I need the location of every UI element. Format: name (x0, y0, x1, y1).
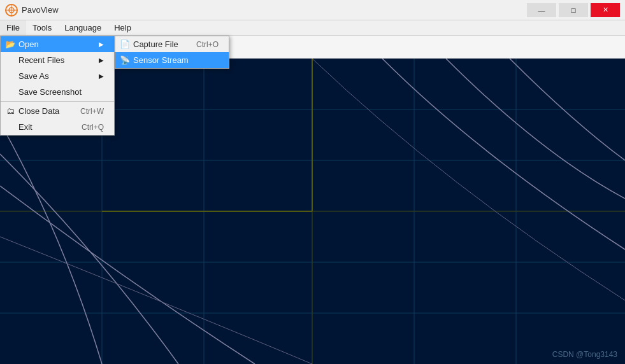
close-data-shortcut: Ctrl+W (68, 107, 104, 116)
maximize-button[interactable]: □ (559, 3, 588, 17)
window-controls: — □ ✕ (527, 3, 620, 17)
open-icon: 📂 (4, 39, 16, 50)
capture-file-label: Capture File (133, 39, 178, 49)
open-submenu: 📄 Capture File Ctrl+O 📡 Sensor Stream (115, 36, 229, 69)
menu-bar: File Tools Language Help (0, 20, 625, 36)
menu-item-capture-file[interactable]: 📄 Capture File Ctrl+O (115, 36, 229, 52)
save-as-label: Save As (18, 71, 49, 81)
menu-item-close-data[interactable]: 🗂 Close Data Ctrl+W (1, 103, 114, 119)
recent-files-icon (4, 55, 16, 66)
save-screenshot-icon (4, 87, 16, 98)
close-button[interactable]: ✕ (591, 3, 620, 17)
recent-files-label: Recent Files (18, 55, 64, 65)
menu-item-open[interactable]: 📂 Open ▶ (1, 36, 114, 52)
menu-help[interactable]: Help (108, 20, 138, 35)
menu-file[interactable]: File (0, 20, 26, 35)
save-screenshot-label: Save Screenshot (18, 87, 82, 97)
menu-item-exit[interactable]: Exit Ctrl+Q (1, 119, 114, 135)
menu-item-save-screenshot[interactable]: Save Screenshot (1, 84, 114, 100)
close-data-icon: 🗂 (4, 106, 16, 117)
close-data-label: Close Data (18, 106, 59, 116)
menu-item-recent-files[interactable]: Recent Files ▶ (1, 52, 114, 68)
app-logo (5, 4, 18, 17)
capture-file-icon: 📄 (119, 39, 131, 50)
menu-tools[interactable]: Tools (26, 20, 58, 35)
open-label: Open (18, 39, 39, 49)
save-as-icon (4, 71, 16, 82)
minimize-button[interactable]: — (527, 3, 556, 17)
menu-separator-1 (1, 101, 114, 102)
sensor-stream-icon: 📡 (119, 55, 131, 66)
sensor-stream-label: Sensor Stream (133, 55, 189, 65)
menu-language[interactable]: Language (58, 20, 108, 35)
exit-shortcut: Ctrl+Q (69, 123, 104, 132)
recent-files-arrow: ▶ (92, 57, 104, 64)
exit-label: Exit (18, 122, 32, 132)
exit-icon (4, 122, 16, 133)
save-as-arrow: ▶ (92, 73, 104, 80)
capture-file-shortcut: Ctrl+O (183, 40, 219, 49)
file-menu-dropdown: 📂 Open ▶ Recent Files ▶ Save As ▶ Save S… (0, 36, 115, 136)
app-title: PavoView (22, 5, 59, 15)
title-bar: PavoView — □ ✕ (0, 0, 625, 20)
menu-item-save-as[interactable]: Save As ▶ (1, 68, 114, 84)
menu-item-sensor-stream[interactable]: 📡 Sensor Stream (115, 52, 229, 68)
open-arrow: ▶ (92, 41, 104, 48)
watermark: CSDN @Tong3143 (552, 350, 617, 359)
